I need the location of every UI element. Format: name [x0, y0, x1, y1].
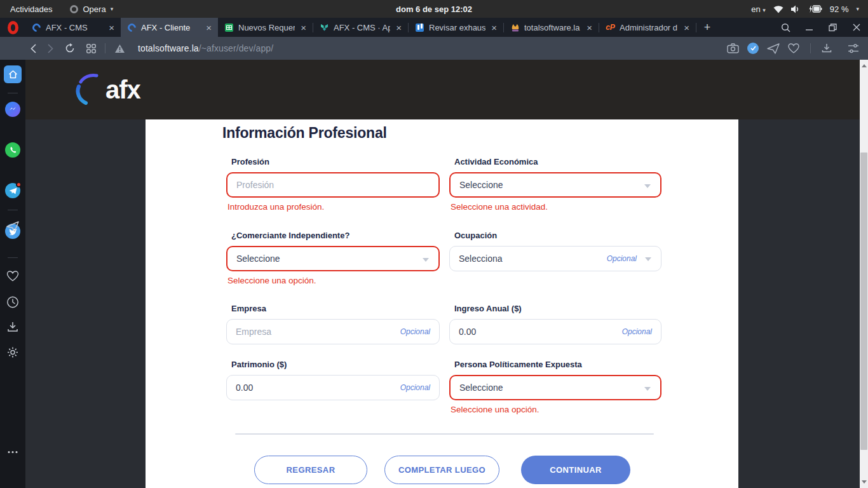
separator — [105, 43, 105, 53]
ocupacion-select[interactable]: Selecciona Opcional — [449, 246, 661, 271]
optional-tag: Opcional — [400, 327, 430, 336]
system-tray[interactable]: en ▾ 92 % ▾ — [751, 4, 868, 14]
site-security-warning-icon[interactable] — [114, 44, 125, 53]
continuar-button[interactable]: CONTINUAR — [521, 456, 630, 484]
vpn-shield-icon[interactable] — [747, 43, 759, 54]
profesion-input-box[interactable] — [226, 172, 440, 198]
afx-favicon — [127, 23, 137, 32]
sheets-favicon — [224, 23, 234, 32]
close-window-button[interactable] — [844, 18, 868, 37]
optional-tag: Opcional — [607, 254, 637, 263]
field-ocupacion: Ocupación Selecciona Opcional — [449, 231, 661, 271]
opera-sidebar — [0, 60, 25, 488]
apia-favicon — [320, 23, 329, 32]
tab-close-icon[interactable]: × — [205, 23, 213, 32]
field-label: Profesión — [231, 157, 440, 166]
field-label: Ocupación — [454, 231, 661, 240]
telegram-icon[interactable] — [5, 183, 20, 198]
messenger-icon[interactable] — [5, 102, 20, 117]
tab-afx-cms-apia[interactable]: AFX - CMS · Apia × — [313, 18, 408, 37]
field-error: Seleccione una actividad. — [451, 202, 661, 212]
my-flow-icon[interactable] — [767, 43, 780, 54]
minimize-button[interactable] — [797, 18, 821, 37]
field-error: Introduzca una profesión. — [227, 202, 440, 212]
tab-afx-cms[interactable]: AFX - CMS × — [25, 18, 121, 37]
speed-dial-icon[interactable] — [86, 44, 96, 53]
tab-totalsoftware[interactable]: totalsoftware.la × — [504, 18, 599, 37]
chevron-down-icon — [644, 387, 651, 391]
pep-select[interactable]: Seleccione — [449, 375, 661, 400]
form-card: Información Profesional Profesión Introd… — [146, 119, 738, 488]
field-error: Seleccione una opción. — [227, 276, 440, 285]
tab-administrador[interactable]: cP Administrador d × — [599, 18, 696, 37]
history-clock-icon[interactable] — [7, 296, 19, 308]
bookmark-heart-icon[interactable] — [788, 43, 799, 53]
tab-close-icon[interactable]: × — [107, 23, 116, 32]
reload-icon[interactable] — [65, 43, 75, 53]
browser-viewport: afx Información Profesional Profesión In… — [0, 60, 868, 488]
whatsapp-icon[interactable] — [5, 142, 20, 158]
field-label: Patrimonio ($) — [231, 360, 440, 369]
maximize-button[interactable] — [821, 18, 844, 37]
tab-close-icon[interactable]: × — [490, 23, 498, 32]
tab-close-icon[interactable]: × — [395, 23, 403, 32]
chevron-down-icon — [423, 258, 429, 262]
system-menu-caret-icon[interactable]: ▾ — [856, 6, 859, 12]
chevron-down-icon — [644, 184, 651, 188]
tab-close-icon[interactable]: × — [585, 23, 593, 32]
tab-revisar-exhaustivamente[interactable]: Revisar exhausti × — [409, 18, 503, 37]
completar-luego-button[interactable]: COMPLETAR LUEGO — [384, 456, 499, 484]
patrimonio-input-box[interactable]: Opcional — [226, 375, 440, 400]
bookmarks-heart-icon[interactable] — [7, 271, 19, 281]
tab-close-icon[interactable]: × — [682, 23, 691, 32]
tab-afx-cliente[interactable]: AFX - Cliente × — [121, 18, 218, 37]
tab-search-icon[interactable] — [774, 18, 797, 37]
page-background: Información Profesional Profesión Introd… — [25, 119, 860, 488]
url-field[interactable]: totalsoftware.la/~afxuser/dev/app/ — [138, 43, 273, 53]
notification-badge — [16, 182, 22, 187]
tab-close-icon[interactable]: × — [299, 23, 308, 32]
page-scrollbar[interactable] — [860, 60, 868, 488]
regresar-button[interactable]: REGRESAR — [254, 456, 367, 484]
scroll-up-icon[interactable] — [862, 64, 867, 67]
field-persona-politicamente-expuesta: Persona Políticamente Expuesta Seleccion… — [449, 360, 661, 414]
tab-nuevos-requerimientos[interactable]: Nuevos Requerin × — [218, 18, 313, 37]
scroll-down-icon[interactable] — [862, 480, 867, 484]
forward-icon[interactable] — [48, 44, 53, 53]
clock[interactable]: dom 6 de sep 12:02 — [0, 4, 868, 14]
comerciante-select[interactable]: Seleccione — [226, 246, 440, 271]
field-actividad-economica: Actividad Económica Seleccione Seleccion… — [449, 157, 661, 212]
field-error: Seleccione una opción. — [451, 405, 661, 414]
separator — [810, 43, 811, 53]
sidebar-divider — [8, 257, 18, 258]
new-tab-button[interactable]: + — [696, 18, 718, 37]
volume-icon — [791, 5, 801, 13]
downloads-sidebar-icon[interactable] — [7, 322, 18, 332]
afx-logo[interactable]: afx — [75, 71, 140, 108]
field-comerciante-independiente: ¿Comerciante Independiente? Seleccione S… — [226, 231, 440, 285]
profesion-input[interactable] — [236, 180, 430, 190]
afx-site-header: afx — [25, 60, 860, 119]
snapshot-camera-icon[interactable] — [727, 43, 739, 53]
empresa-input-box[interactable]: Opcional — [226, 319, 440, 344]
field-label: ¿Comerciante Independiente? — [231, 231, 440, 240]
sidebar-more-icon[interactable] — [8, 451, 18, 453]
afx-logo-text: afx — [105, 76, 140, 104]
opera-logo-icon[interactable] — [0, 18, 25, 37]
my-flow-sidebar-icon[interactable] — [6, 221, 19, 232]
optional-tag: Opcional — [622, 327, 652, 336]
afx-favicon — [32, 23, 41, 32]
field-label: Empresa — [231, 304, 440, 313]
form-divider — [235, 433, 654, 435]
ingreso-input-box[interactable]: Opcional — [449, 319, 661, 344]
scrollbar-thumb[interactable] — [860, 152, 867, 450]
back-icon[interactable] — [31, 44, 36, 53]
browser-tab-bar: AFX - CMS × AFX - Cliente × Nuevos Reque… — [0, 18, 868, 37]
field-label: Ingreso Anual ($) — [454, 304, 661, 313]
actividad-select[interactable]: Seleccione — [449, 172, 661, 198]
keyboard-layout[interactable]: en ▾ — [751, 4, 766, 14]
speed-dial-home-icon[interactable] — [4, 65, 22, 83]
easy-setup-sliders-icon[interactable] — [848, 44, 859, 53]
downloads-icon[interactable] — [822, 43, 832, 53]
settings-gear-icon[interactable] — [7, 346, 19, 358]
